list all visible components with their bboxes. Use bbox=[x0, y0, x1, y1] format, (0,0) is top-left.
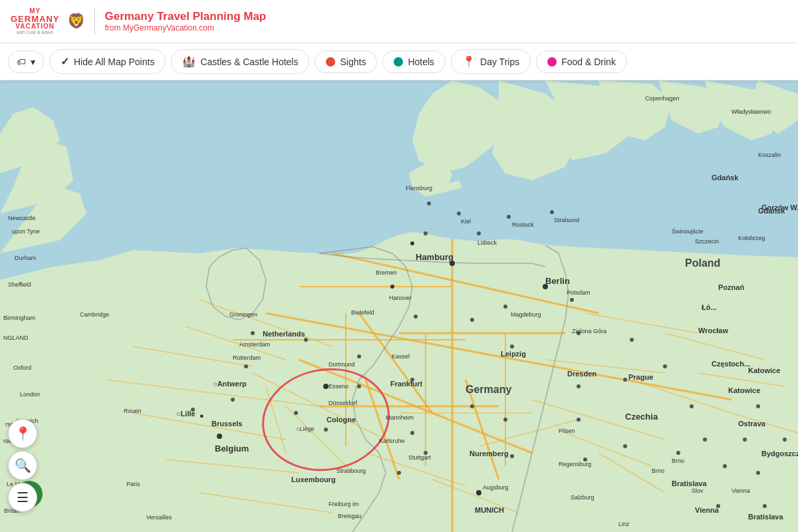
svg-point-88 bbox=[507, 215, 511, 219]
svg-point-50 bbox=[244, 364, 248, 368]
svg-point-86 bbox=[427, 201, 431, 205]
food-label: Food & Drink bbox=[561, 57, 616, 67]
svg-point-87 bbox=[457, 211, 461, 215]
logo-area: MY GERMANY VACATION with Cole & Adam 🦁 bbox=[11, 8, 85, 35]
daytrips-button[interactable]: 📍 Day Trips bbox=[451, 49, 531, 74]
logo-vacation: VACATION bbox=[15, 23, 55, 30]
header-title-area: Germany Travel Planning Map from MyGerma… bbox=[104, 10, 266, 33]
svg-point-65 bbox=[424, 451, 428, 455]
svg-point-63 bbox=[503, 418, 507, 422]
map-controls: 📍 🔍 ☰ bbox=[8, 419, 37, 512]
header-subtitle: from MyGermanyVacation.com bbox=[104, 23, 266, 33]
svg-point-53 bbox=[191, 408, 195, 412]
svg-point-49 bbox=[251, 331, 255, 335]
svg-point-76 bbox=[690, 404, 694, 408]
search-map-button[interactable]: 🔍 bbox=[8, 451, 37, 480]
svg-point-51 bbox=[231, 398, 235, 402]
svg-point-80 bbox=[716, 504, 720, 508]
map-container[interactable]: Newcastle upon Tyne Durham Sheffield Bir… bbox=[0, 80, 798, 532]
food-button[interactable]: Food & Drink bbox=[536, 51, 627, 73]
svg-point-45 bbox=[357, 354, 361, 358]
svg-point-69 bbox=[577, 384, 581, 388]
castles-button[interactable]: 🏰 Castles & Castle Hotels bbox=[171, 49, 309, 74]
svg-point-67 bbox=[397, 471, 401, 475]
svg-point-78 bbox=[723, 464, 727, 468]
svg-point-52 bbox=[217, 434, 222, 439]
logo-icon: 🦁 bbox=[67, 13, 85, 30]
hotels-button[interactable]: Hotels bbox=[382, 51, 446, 73]
castles-label: Castles & Castle Hotels bbox=[200, 57, 298, 67]
check-icon: ✓ bbox=[61, 55, 69, 68]
hide-all-label: Hide All Map Points bbox=[74, 57, 154, 67]
svg-point-68 bbox=[476, 490, 481, 495]
svg-point-64 bbox=[510, 454, 514, 458]
svg-point-43 bbox=[323, 384, 329, 389]
svg-point-48 bbox=[304, 338, 308, 342]
svg-point-56 bbox=[503, 305, 507, 309]
svg-point-84 bbox=[756, 404, 760, 408]
layers-icon: ☰ bbox=[17, 489, 29, 505]
svg-point-90 bbox=[477, 231, 481, 235]
svg-point-73 bbox=[583, 458, 587, 462]
daytrips-label: Day Trips bbox=[480, 57, 519, 67]
hotels-label: Hotels bbox=[408, 57, 434, 67]
sights-button[interactable]: Sights bbox=[315, 51, 377, 73]
header: MY GERMANY VACATION with Cole & Adam 🦁 G… bbox=[0, 0, 798, 43]
add-location-button[interactable]: 📍 bbox=[8, 419, 37, 448]
svg-point-47 bbox=[324, 428, 328, 432]
svg-point-46 bbox=[357, 384, 361, 388]
tag-icon: 🏷 bbox=[17, 57, 26, 67]
svg-point-66 bbox=[410, 431, 414, 435]
svg-point-59 bbox=[577, 331, 581, 335]
header-title: Germany Travel Planning Map bbox=[104, 10, 266, 23]
header-divider bbox=[94, 8, 95, 35]
food-dot bbox=[547, 57, 557, 66]
svg-point-58 bbox=[570, 298, 574, 302]
svg-point-61 bbox=[410, 378, 414, 382]
daytrips-icon: 📍 bbox=[462, 55, 475, 68]
svg-point-82 bbox=[756, 471, 760, 475]
svg-point-89 bbox=[550, 210, 554, 214]
layers-button[interactable]: ☰ bbox=[8, 483, 37, 512]
svg-point-71 bbox=[623, 378, 627, 382]
sights-label: Sights bbox=[340, 57, 366, 67]
tag-button[interactable]: 🏷 ▾ bbox=[8, 51, 44, 73]
svg-point-72 bbox=[630, 338, 634, 342]
svg-point-77 bbox=[703, 438, 707, 442]
svg-point-70 bbox=[577, 418, 581, 422]
map-svg: Newcastle upon Tyne Durham Sheffield Bir… bbox=[0, 80, 798, 532]
svg-point-40 bbox=[410, 241, 414, 245]
tag-chevron: ▾ bbox=[31, 57, 35, 67]
svg-point-57 bbox=[543, 284, 548, 289]
toolbar: 🏷 ▾ ✓ Hide All Map Points 🏰 Castles & Ca… bbox=[0, 43, 798, 80]
castles-icon: 🏰 bbox=[182, 55, 196, 68]
svg-point-79 bbox=[676, 451, 680, 455]
svg-point-41 bbox=[390, 285, 394, 289]
search-icon: 🔍 bbox=[15, 458, 31, 473]
logo-box: MY GERMANY VACATION with Cole & Adam bbox=[11, 8, 59, 35]
plus-icon: 📍 bbox=[15, 426, 31, 442]
svg-point-75 bbox=[663, 364, 667, 368]
svg-point-60 bbox=[510, 344, 514, 348]
svg-point-55 bbox=[470, 318, 474, 322]
svg-point-81 bbox=[763, 504, 767, 508]
svg-point-39 bbox=[450, 261, 455, 266]
svg-point-74 bbox=[623, 444, 627, 448]
svg-point-54 bbox=[414, 315, 418, 319]
svg-point-42 bbox=[424, 231, 428, 235]
hide-all-button[interactable]: ✓ Hide All Map Points bbox=[49, 49, 166, 74]
svg-point-83 bbox=[743, 438, 747, 442]
svg-point-62 bbox=[470, 404, 474, 408]
svg-point-85 bbox=[783, 438, 787, 442]
sights-dot bbox=[326, 57, 335, 66]
svg-point-44 bbox=[294, 411, 298, 415]
logo-sub: with Cole & Adam bbox=[17, 30, 53, 35]
hotels-dot bbox=[394, 57, 403, 66]
